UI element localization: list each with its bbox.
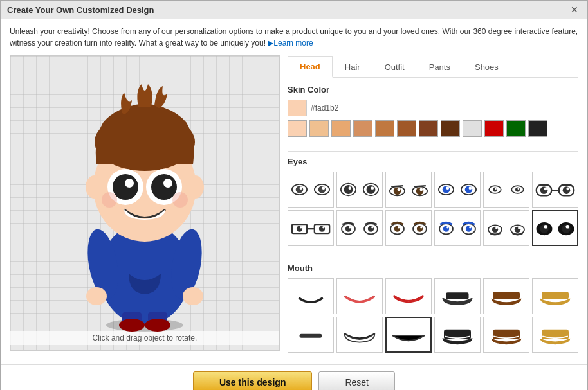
svg-point-19 xyxy=(125,179,134,188)
mouth-option-11[interactable] xyxy=(483,317,529,353)
svg-point-47 xyxy=(465,186,473,193)
svg-point-24 xyxy=(296,186,304,193)
svg-rect-100 xyxy=(493,292,520,299)
swatch-9[interactable] xyxy=(463,120,482,137)
use-design-button[interactable]: Use this design xyxy=(193,371,312,390)
svg-point-31 xyxy=(349,186,352,190)
svg-point-77 xyxy=(398,226,400,229)
customizer-panel: Head Hair Outfit Pants Shoes Skin Color … xyxy=(288,55,578,359)
eyes-option-12[interactable] xyxy=(532,210,578,246)
svg-point-57 xyxy=(544,188,547,191)
customized-design-dialog: Create Your Own Customized Design ✕ Unle… xyxy=(0,0,588,390)
eyes-options-grid xyxy=(288,172,578,246)
swatch-5[interactable] xyxy=(375,120,394,137)
mouth-option-9[interactable] xyxy=(385,317,432,353)
svg-point-45 xyxy=(446,186,450,190)
swatch-2[interactable] xyxy=(309,120,329,137)
svg-point-67 xyxy=(322,226,325,229)
svg-point-9 xyxy=(145,319,170,332)
svg-point-30 xyxy=(344,185,353,194)
dialog-body: Unleash your creativity! Choose from any… xyxy=(1,19,587,359)
tab-outfit[interactable]: Outfit xyxy=(372,56,417,78)
mouth-section: Mouth xyxy=(288,263,578,353)
svg-point-12 xyxy=(86,175,104,199)
mouth-option-10[interactable] xyxy=(434,317,481,353)
tab-bar: Head Hair Outfit Pants Shoes xyxy=(288,55,578,78)
svg-point-27 xyxy=(318,186,326,193)
svg-point-54 xyxy=(518,188,519,190)
eyes-option-7[interactable] xyxy=(288,210,334,246)
svg-point-74 xyxy=(371,226,374,229)
avatar-preview-panel[interactable]: Click and drag object to rotate. xyxy=(10,55,280,351)
svg-point-89 xyxy=(495,227,498,229)
mouth-option-6[interactable] xyxy=(532,278,578,314)
svg-point-4 xyxy=(86,287,107,305)
eyes-option-6[interactable] xyxy=(532,172,578,208)
swatch-10[interactable] xyxy=(484,120,504,137)
avatar-svg xyxy=(55,75,235,332)
skin-color-row: #fad1b2 xyxy=(288,100,578,116)
svg-point-50 xyxy=(493,188,497,192)
eyes-section: Eyes xyxy=(288,157,578,246)
swatch-7[interactable] xyxy=(419,120,438,137)
svg-rect-99 xyxy=(446,292,469,299)
eyes-option-1[interactable] xyxy=(288,172,334,208)
mouth-option-1[interactable] xyxy=(288,278,334,314)
swatch-8[interactable] xyxy=(441,120,460,137)
svg-point-53 xyxy=(515,188,520,192)
mouth-option-8[interactable] xyxy=(336,317,383,353)
eyes-option-5[interactable] xyxy=(483,172,529,208)
svg-point-21 xyxy=(102,192,117,208)
eyes-option-4[interactable] xyxy=(434,172,481,208)
divider-2 xyxy=(288,258,578,258)
eyes-option-11[interactable] xyxy=(483,210,529,246)
tab-head[interactable]: Head xyxy=(288,56,333,78)
svg-point-17 xyxy=(113,174,138,200)
title-bar: Create Your Own Customized Design ✕ xyxy=(1,1,587,19)
tab-pants[interactable]: Pants xyxy=(417,56,463,78)
mouth-option-4[interactable] xyxy=(434,278,481,314)
svg-rect-102 xyxy=(300,334,322,338)
eyes-option-9[interactable] xyxy=(385,210,432,246)
description-text: Unleash your creativity! Choose from any… xyxy=(10,26,578,49)
swatch-3[interactable] xyxy=(331,120,351,137)
mouth-option-5[interactable] xyxy=(483,278,529,314)
mouth-option-2[interactable] xyxy=(336,278,383,314)
svg-point-33 xyxy=(367,185,376,194)
eyes-option-2[interactable] xyxy=(336,172,383,208)
tab-shoes[interactable]: Shoes xyxy=(463,56,511,78)
mouth-option-3[interactable] xyxy=(385,278,432,314)
eyes-option-3[interactable] xyxy=(385,172,432,208)
reset-button[interactable]: Reset xyxy=(318,371,395,390)
svg-point-71 xyxy=(349,226,351,229)
swatch-6[interactable] xyxy=(397,120,416,137)
skin-color-preview xyxy=(288,100,307,116)
swatch-12[interactable] xyxy=(528,120,547,137)
svg-point-28 xyxy=(322,186,326,190)
avatar-container xyxy=(55,75,235,332)
svg-rect-101 xyxy=(542,292,569,299)
mouth-option-12[interactable] xyxy=(532,317,578,353)
close-button[interactable]: ✕ xyxy=(568,4,581,15)
swatch-1[interactable] xyxy=(288,120,307,137)
eyes-option-8[interactable] xyxy=(336,210,383,246)
svg-point-80 xyxy=(420,226,423,229)
swatch-11[interactable] xyxy=(506,120,526,137)
swatch-4[interactable] xyxy=(353,120,372,137)
mouth-option-7[interactable] xyxy=(288,317,334,353)
svg-point-18 xyxy=(151,174,177,200)
svg-point-51 xyxy=(495,188,497,190)
svg-point-98 xyxy=(565,225,569,229)
dialog-title: Create Your Own Customized Design xyxy=(7,5,154,15)
eyes-option-10[interactable] xyxy=(434,210,481,246)
tab-hair[interactable]: Hair xyxy=(333,56,372,78)
skin-color-section: Skin Color #fad1b2 xyxy=(288,85,578,137)
svg-point-34 xyxy=(371,186,374,190)
svg-point-20 xyxy=(163,179,172,188)
svg-point-37 xyxy=(398,188,401,191)
svg-point-44 xyxy=(443,186,450,193)
svg-point-95 xyxy=(544,225,547,229)
svg-point-60 xyxy=(567,188,570,191)
skin-color-hex: #fad1b2 xyxy=(311,103,346,112)
learn-more-link[interactable]: ▶Learn more xyxy=(268,39,313,48)
